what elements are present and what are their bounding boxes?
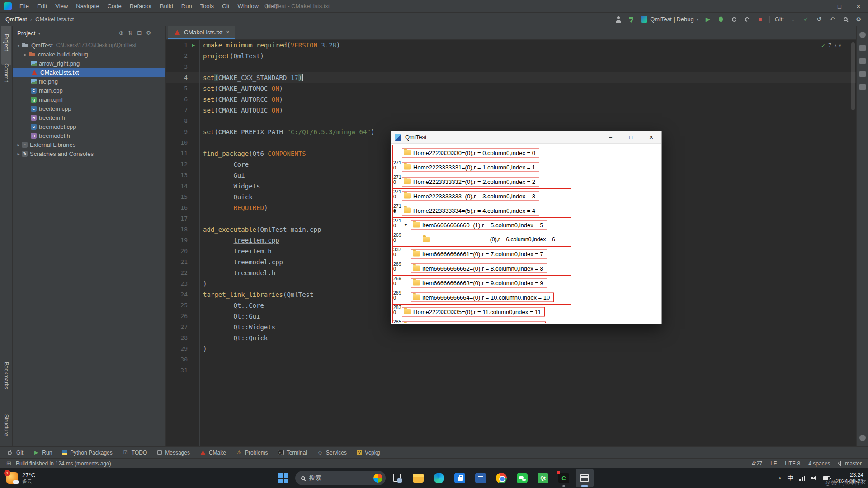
- toolwindow-vcpkg[interactable]: Vcpkg: [357, 450, 380, 456]
- code-line[interactable]: 6set(CMAKE_AUTORCC ON): [166, 94, 856, 105]
- code-line[interactable]: 2project(QmlTest): [166, 51, 856, 61]
- panel-settings-button[interactable]: ⚙: [146, 30, 151, 36]
- qt-tree-item[interactable]: Item66666666663=(0),r = 9.column0,index …: [411, 278, 547, 287]
- search-everywhere-button[interactable]: [841, 15, 849, 23]
- menu-window[interactable]: Window: [234, 0, 263, 13]
- chevron-right-icon[interactable]: ▸: [15, 151, 22, 156]
- tree-item-treeitem-cpp[interactable]: treeitem.cpp: [13, 104, 165, 113]
- chevron-down-icon[interactable]: ▾: [38, 31, 40, 36]
- chevron-down-icon[interactable]: ▾: [15, 43, 22, 48]
- settings-button[interactable]: ⚙: [854, 15, 863, 23]
- taskbar-search[interactable]: 搜索: [295, 471, 386, 485]
- tree-item-treemodel-cpp[interactable]: treemodel.cpp: [13, 122, 165, 131]
- toolwindow-python-packages[interactable]: Python Packages: [62, 450, 112, 456]
- hide-panel-button[interactable]: —: [156, 30, 161, 36]
- tool-notifications-icon[interactable]: [859, 32, 866, 38]
- toolwindow-cmake[interactable]: CMake: [200, 450, 226, 456]
- toolwindow-todo[interactable]: ☑TODO: [123, 450, 147, 456]
- breadcrumb-item[interactable]: QmlTest: [5, 16, 27, 23]
- menu-build[interactable]: Build: [156, 0, 177, 13]
- menu-refactor[interactable]: Refactor: [126, 0, 156, 13]
- qt-close-button[interactable]: ✕: [641, 131, 661, 143]
- inspections-widget[interactable]: ✓ 7 ∧∨: [821, 42, 843, 49]
- ime-indicator[interactable]: 中: [788, 474, 793, 482]
- commit-button[interactable]: ✓: [802, 15, 810, 23]
- toolwindow-services[interactable]: ◇Services: [317, 450, 347, 456]
- tree-item-cmakelists-txt[interactable]: CMakeLists.txt: [13, 68, 165, 77]
- qt-tree-item[interactable]: Home2223333330=(0),r = 0.column0,index =…: [402, 148, 539, 157]
- qt-tree-row[interactable]: 2710Home2223333331=(0),r = 1.column0,ind…: [393, 160, 571, 174]
- branch-collapsed-icon[interactable]: ▶: [394, 208, 397, 213]
- toolwindow-stripe-bookmarks[interactable]: Bookmarks: [1, 353, 11, 398]
- history-button[interactable]: ↺: [815, 15, 823, 23]
- editor-scrollbar[interactable]: [851, 42, 855, 110]
- taskbar-app-qmlapp[interactable]: [576, 469, 594, 487]
- rollback-button[interactable]: ↶: [828, 15, 836, 23]
- breadcrumb-item[interactable]: CMakeLists.txt: [35, 16, 74, 23]
- qt-tree-item[interactable]: Home2223333334=(5),r = 4.column0,index =…: [402, 206, 539, 215]
- code-line[interactable]: 7set(CMAKE_AUTOUIC ON): [166, 105, 856, 116]
- maximize-button[interactable]: □: [830, 0, 849, 13]
- file-encoding[interactable]: UTF-8: [785, 460, 800, 467]
- caret-position[interactable]: 4:27: [752, 460, 762, 467]
- code-line[interactable]: 28 Qt::Quick: [166, 333, 856, 343]
- qt-app-window[interactable]: QmlTest – □ ✕ Home2223333330=(0),r = 0.c…: [391, 131, 662, 324]
- menu-tools[interactable]: Tools: [196, 0, 218, 13]
- menu-code[interactable]: Code: [104, 0, 126, 13]
- prev-next-problem-icons[interactable]: ∧∨: [834, 43, 843, 48]
- tab-close-icon[interactable]: ✕: [226, 29, 230, 35]
- tray-chevron-icon[interactable]: ∧: [778, 476, 782, 480]
- taskbar-app-explorer[interactable]: [409, 469, 427, 487]
- tree-item-treemodel-h[interactable]: treemodel.h: [13, 131, 165, 140]
- branch-expanded-icon[interactable]: ▼: [404, 223, 408, 227]
- tab-cmakelists[interactable]: CMakeLists.txt ✕: [168, 26, 235, 39]
- code-line[interactable]: 3: [166, 61, 856, 72]
- run-button[interactable]: ▶: [704, 15, 712, 23]
- taskbar-app-chrome[interactable]: [492, 469, 510, 487]
- minimize-button[interactable]: –: [811, 0, 830, 13]
- tool-coverage-icon[interactable]: [859, 435, 866, 441]
- qt-tree-row[interactable]: 2710Home2223333333=(0),r = 3.column0,ind…: [393, 189, 571, 203]
- menu-run[interactable]: Run: [177, 0, 196, 13]
- toolwindow-stripe-commit[interactable]: Commit: [1, 50, 11, 95]
- qt-tree-row[interactable]: 2690==================(0),r = 6.column0,…: [393, 232, 571, 247]
- qt-maximize-button[interactable]: □: [621, 131, 641, 143]
- run-cmake-icon[interactable]: ▶: [188, 40, 199, 51]
- qt-tree-item[interactable]: Item66666666660=(1),r = 5.column0,index …: [411, 220, 547, 230]
- expand-collapse-button[interactable]: ⇅: [128, 30, 132, 36]
- chevron-right-icon[interactable]: ▸: [15, 142, 22, 147]
- qt-tree-row[interactable]: 2690Item66666666663=(0),r = 9.column0,in…: [393, 276, 571, 290]
- qt-tree-row[interactable]: 2850Home2223333336=(0),r = 12.column0,in…: [393, 319, 571, 323]
- qt-tree-item[interactable]: Item66666666664=(0),r = 10.column0,index…: [411, 292, 554, 302]
- menu-edit[interactable]: Edit: [33, 0, 51, 13]
- qt-tree-item[interactable]: Home2223333336=(0),r = 12.column0,index …: [402, 321, 546, 323]
- run-config-selector[interactable]: QmlTest | Debug ▾: [641, 16, 699, 23]
- toolwindow-run[interactable]: ▶Run: [33, 450, 52, 456]
- toolwindow-switcher-icon[interactable]: ⊞: [6, 460, 11, 467]
- close-button[interactable]: ✕: [849, 0, 868, 13]
- indent-style[interactable]: 4 spaces: [808, 460, 830, 467]
- tree-item-cmake-build-debug[interactable]: ▸cmake-build-debug: [13, 50, 165, 59]
- qt-tree-row[interactable]: 2830Home2223333335=(0),r = 11.column0,in…: [393, 305, 571, 319]
- qt-tree-row[interactable]: 2710Home2223333332=(0),r = 2.column0,ind…: [393, 174, 571, 189]
- project-panel-title[interactable]: Project: [17, 30, 35, 37]
- qt-tree-item[interactable]: Item66666666662=(0),r = 8.column0,index …: [411, 263, 547, 273]
- tree-item-treeitem-h[interactable]: treeitem.h: [13, 113, 165, 122]
- menu-view[interactable]: View: [51, 0, 72, 13]
- qt-tree-item[interactable]: Item66666666661=(0),r = 7.column0,index …: [411, 249, 547, 258]
- tool-gradle-icon[interactable]: [859, 71, 866, 77]
- taskbar-app-edge[interactable]: [430, 469, 448, 487]
- taskbar-app-bluedoc[interactable]: [472, 469, 490, 487]
- toolwindow-messages[interactable]: Messages: [157, 450, 190, 456]
- taskbar-app-store[interactable]: [451, 469, 469, 487]
- code-line[interactable]: 4set(CMAKE_CXX_STANDARD 17): [166, 72, 856, 83]
- tree-item-external-libraries[interactable]: ▸External Libraries: [13, 140, 165, 149]
- qt-tree-row[interactable]: 2710▶Home2223333334=(5),r = 4.column0,in…: [393, 203, 571, 218]
- qt-tree-row[interactable]: 2690Item66666666662=(0),r = 8.column0,in…: [393, 261, 571, 276]
- line-separator[interactable]: LF: [770, 460, 777, 467]
- tool-database-icon[interactable]: [859, 58, 866, 64]
- git-branch-widget[interactable]: master: [838, 460, 862, 467]
- toolwindow-stripe-structure[interactable]: Structure: [1, 403, 11, 448]
- qt-tree-item[interactable]: Home2223333335=(0),r = 11.column0,index …: [402, 307, 545, 316]
- toolwindow-problems[interactable]: ⚠Problems: [236, 450, 268, 456]
